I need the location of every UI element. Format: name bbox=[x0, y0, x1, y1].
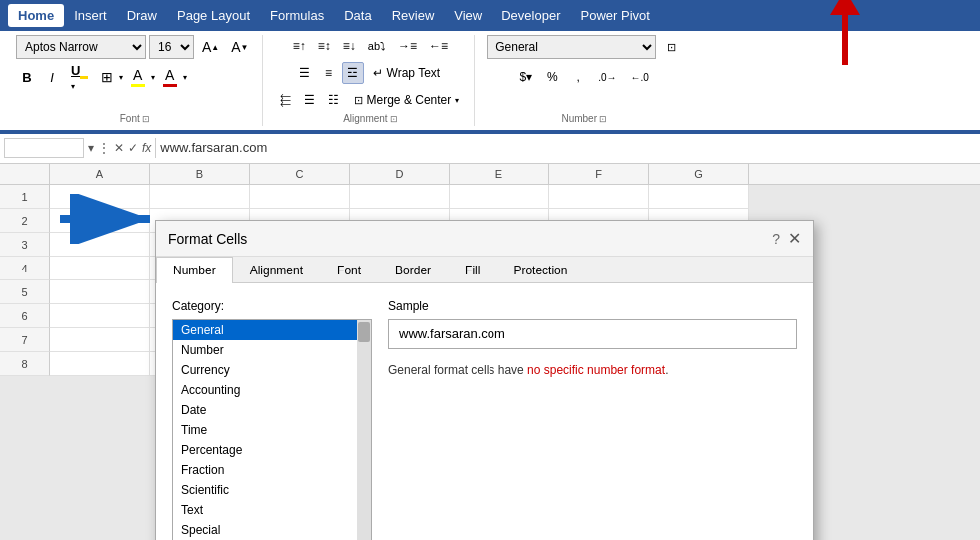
row-number-7: 7 bbox=[0, 328, 50, 352]
align-right-button[interactable]: ☲ bbox=[342, 62, 364, 84]
category-item-time[interactable]: Time bbox=[173, 420, 357, 440]
category-item-date[interactable]: Date bbox=[173, 400, 357, 420]
increase-decimal-button[interactable]: .0→ bbox=[593, 66, 621, 88]
dialog-tab-fill[interactable]: Fill bbox=[448, 257, 496, 283]
menu-item-home[interactable]: Home bbox=[8, 4, 64, 27]
align-justify-button[interactable]: ☷ bbox=[323, 89, 345, 111]
ribbon-group-number: General ⊡ $▾ % , .0→ ←.0 Number ⊡ bbox=[479, 35, 690, 126]
category-list[interactable]: GeneralNumberCurrencyAccountingDateTimeP… bbox=[173, 320, 357, 540]
category-item-currency[interactable]: Currency bbox=[173, 360, 357, 380]
row-number-3: 3 bbox=[0, 233, 50, 257]
align-left-button[interactable]: ☰ bbox=[294, 62, 316, 84]
menu-item-data[interactable]: Data bbox=[334, 4, 381, 27]
merge-center-button[interactable]: ⊡ Merge & Center ▾ bbox=[347, 89, 467, 111]
dialog-tab-number[interactable]: Number bbox=[156, 257, 233, 283]
formula-cancel-icon[interactable]: ✕ bbox=[114, 141, 124, 155]
menu-item-page-layout[interactable]: Page Layout bbox=[167, 4, 260, 27]
category-item-number[interactable]: Number bbox=[173, 340, 357, 360]
description-highlight: no specific number format bbox=[527, 363, 665, 377]
cell-A5[interactable] bbox=[50, 280, 150, 304]
underline-label: U bbox=[71, 63, 80, 78]
formula-bar: ▾ ⋮ ✕ ✓ fx www.farsaran.com bbox=[0, 132, 980, 164]
dialog-tab-protection[interactable]: Protection bbox=[496, 257, 584, 283]
dialog-container: Format Cells ? ✕ NumberAlignmentFontBord… bbox=[155, 220, 814, 540]
wrap-text-label: Wrap Text bbox=[387, 66, 441, 80]
alignment-dialog-launcher[interactable]: ⊡ bbox=[390, 114, 398, 124]
font-color-button[interactable]: A ▾ bbox=[158, 66, 187, 88]
number-dialog-launcher[interactable]: ⊡ bbox=[599, 114, 607, 124]
menu-item-insert[interactable]: Insert bbox=[64, 4, 117, 27]
cell-A4[interactable] bbox=[50, 257, 150, 280]
italic-button[interactable]: I bbox=[41, 66, 63, 88]
dialog-close-button[interactable]: ✕ bbox=[788, 229, 801, 248]
font-size-increase-button[interactable]: A▲ bbox=[197, 36, 224, 58]
align-middle-button[interactable]: ≡↕ bbox=[313, 35, 336, 57]
decrease-decimal-button[interactable]: ←.0 bbox=[626, 66, 654, 88]
fill-color-button[interactable]: A ▾ bbox=[126, 66, 155, 88]
column-header-row: ABCDEFG bbox=[0, 164, 980, 185]
number-format-select[interactable]: General bbox=[487, 35, 656, 59]
align-top-button[interactable]: ≡↑ bbox=[288, 35, 311, 57]
align-left-h-button[interactable]: ⬱ bbox=[275, 89, 297, 111]
menu-item-review[interactable]: Review bbox=[382, 4, 445, 27]
category-item-scientific[interactable]: Scientific bbox=[173, 480, 357, 500]
cell-A7[interactable] bbox=[50, 328, 150, 352]
cell-A6[interactable] bbox=[50, 304, 150, 328]
scroll-thumb[interactable] bbox=[357, 320, 371, 540]
formula-confirm-icon[interactable]: ✓ bbox=[128, 141, 138, 155]
percent-button[interactable]: % bbox=[541, 66, 563, 88]
menu-item-draw[interactable]: Draw bbox=[117, 4, 167, 27]
formula-dropdown-icon[interactable]: ▾ bbox=[88, 141, 94, 155]
category-item-fraction[interactable]: Fraction bbox=[173, 460, 357, 480]
font-size-select[interactable]: 16 bbox=[149, 35, 194, 59]
blue-arrow-container bbox=[55, 194, 165, 247]
indent-increase-button[interactable]: →≡ bbox=[393, 35, 422, 57]
border-button[interactable]: ⊞ ▾ bbox=[96, 66, 123, 88]
cell-F1[interactable] bbox=[549, 185, 649, 209]
wrap-text-button[interactable]: ↵ Wrap Text bbox=[366, 63, 448, 83]
cell-A8[interactable] bbox=[50, 352, 150, 376]
category-item-general[interactable]: General bbox=[173, 320, 357, 340]
menu-item-developer[interactable]: Developer bbox=[491, 4, 570, 27]
category-item-accounting[interactable]: Accounting bbox=[173, 380, 357, 400]
menu-item-power-pivot[interactable]: Power Pivot bbox=[571, 4, 660, 27]
number-group-label: Number ⊡ bbox=[561, 113, 607, 126]
merge-icon: ⊡ bbox=[354, 94, 363, 107]
align-center-button[interactable]: ≡ bbox=[318, 62, 340, 84]
cell-G1[interactable] bbox=[649, 185, 749, 209]
accounting-format-button[interactable]: $▾ bbox=[515, 66, 538, 88]
category-label: Category: bbox=[172, 299, 372, 313]
cell-D1[interactable] bbox=[350, 185, 450, 209]
number-format-dropdown[interactable]: ⊡ bbox=[660, 36, 682, 58]
dialog-tab-alignment[interactable]: Alignment bbox=[233, 257, 320, 283]
category-item-percentage[interactable]: Percentage bbox=[173, 440, 357, 460]
cell-B1[interactable] bbox=[150, 185, 250, 209]
cell-C1[interactable] bbox=[250, 185, 350, 209]
menu-item-view[interactable]: View bbox=[444, 4, 491, 27]
name-box[interactable] bbox=[4, 138, 84, 158]
bold-button[interactable]: B bbox=[16, 66, 38, 88]
category-item-text[interactable]: Text bbox=[173, 500, 357, 520]
dialog-tab-font[interactable]: Font bbox=[320, 257, 378, 283]
menu-item-formulas[interactable]: Formulas bbox=[260, 4, 334, 27]
border-dropdown[interactable]: ▾ bbox=[119, 73, 123, 82]
dialog-help-button[interactable]: ? bbox=[772, 231, 780, 247]
cell-E1[interactable] bbox=[450, 185, 549, 209]
align-center-h-button[interactable]: ☰ bbox=[299, 89, 321, 111]
category-item-special[interactable]: Special bbox=[173, 520, 357, 540]
align-bottom-button[interactable]: ≡↓ bbox=[338, 35, 361, 57]
format-description: General format cells have no specific nu… bbox=[388, 361, 797, 379]
indent-decrease-button[interactable]: ←≡ bbox=[424, 35, 453, 57]
underline-button[interactable]: U ▾ bbox=[66, 66, 93, 88]
formula-bar-divider bbox=[155, 138, 156, 158]
comma-button[interactable]: , bbox=[567, 66, 589, 88]
font-group-label: Font ⊡ bbox=[120, 113, 150, 126]
col-header-f: F bbox=[549, 164, 649, 184]
dialog-tab-border[interactable]: Border bbox=[378, 257, 448, 283]
font-family-select[interactable]: Aptos Narrow bbox=[16, 35, 146, 59]
text-direction-button[interactable]: ab⤵ bbox=[363, 35, 391, 57]
merge-dropdown-icon: ▾ bbox=[455, 96, 459, 105]
font-dialog-launcher[interactable]: ⊡ bbox=[142, 114, 150, 124]
font-size-decrease-button[interactable]: A▼ bbox=[226, 36, 253, 58]
formula-fx-label: fx bbox=[142, 141, 151, 155]
